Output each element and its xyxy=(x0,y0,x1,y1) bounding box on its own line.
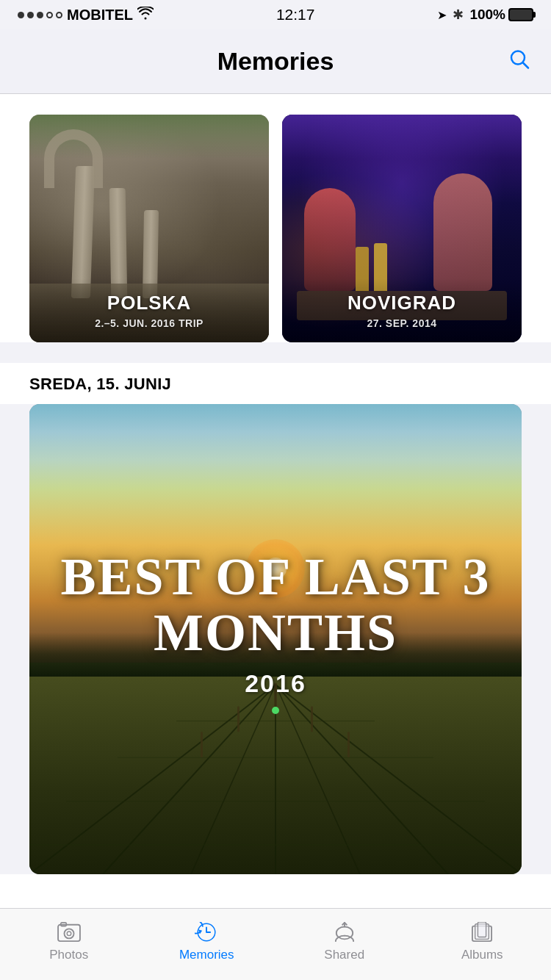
polska-overlay: POLSKA 2.–5. JUN. 2016 TRIP xyxy=(29,278,269,342)
tab-shared[interactable]: Shared xyxy=(276,921,414,962)
polska-subtitle: 2.–5. JUN. 2016 TRIP xyxy=(40,317,259,329)
tab-photos-label: Photos xyxy=(49,948,88,962)
big-card-overlay: BEST OF LAST 3 MONTHS 2016 xyxy=(29,404,522,874)
svg-point-22 xyxy=(67,932,71,936)
tab-memories[interactable]: Memories xyxy=(138,921,276,962)
date-section: SREDA, 15. JUNIJ xyxy=(0,363,551,404)
novigrad-figure2 xyxy=(433,173,492,291)
tab-photos[interactable]: Photos xyxy=(0,921,138,962)
page-title: Memories xyxy=(217,47,334,76)
big-card-year: 2016 xyxy=(245,669,306,698)
signal-dots xyxy=(18,12,62,18)
svg-line-1 xyxy=(523,62,528,68)
status-bar: MOBITEL 12:17 ➤ ✱ 100% xyxy=(0,0,551,29)
albums-icon xyxy=(469,921,495,943)
wifi-icon xyxy=(137,7,154,24)
battery-label: 100% xyxy=(469,7,505,23)
svg-rect-28 xyxy=(478,922,486,937)
header: Memories xyxy=(0,29,551,94)
location-icon: ➤ xyxy=(437,8,447,22)
big-card-title: BEST OF LAST 3 MONTHS xyxy=(29,550,522,660)
shared-icon xyxy=(331,921,358,943)
battery-icon xyxy=(508,8,533,21)
polska-title: POLSKA xyxy=(40,292,259,314)
big-memory-card[interactable]: BEST OF LAST 3 MONTHS 2016 xyxy=(29,404,522,874)
svg-point-25 xyxy=(336,926,353,939)
tab-shared-label: Shared xyxy=(324,948,364,962)
signal-dot-1 xyxy=(18,12,24,18)
date-label: SREDA, 15. JUNIJ xyxy=(29,363,522,404)
memories-icon xyxy=(193,921,220,943)
bluetooth-icon: ✱ xyxy=(453,7,464,23)
status-time: 12:17 xyxy=(276,6,315,24)
tab-bar: Photos Memories Shared xyxy=(0,908,551,980)
carrier-label: MOBITEL xyxy=(67,7,133,24)
memory-cards-row: POLSKA 2.–5. JUN. 2016 TRIP NOVIGRAD 27.… xyxy=(29,115,522,342)
novigrad-figure1 xyxy=(304,188,356,291)
tab-memories-label: Memories xyxy=(179,948,234,962)
signal-dot-5 xyxy=(56,12,62,18)
memory-card-novigrad[interactable]: NOVIGRAD 27. SEP. 2014 xyxy=(282,115,522,342)
novigrad-subtitle: 27. SEP. 2014 xyxy=(292,317,511,329)
big-card-dot xyxy=(272,707,279,714)
search-button[interactable] xyxy=(508,48,530,75)
signal-dot-4 xyxy=(46,12,53,18)
signal-dot-2 xyxy=(27,12,34,18)
novigrad-title: NOVIGRAD xyxy=(292,292,511,314)
signal-dot-3 xyxy=(37,12,43,18)
status-left: MOBITEL xyxy=(18,7,154,24)
memory-card-polska[interactable]: POLSKA 2.–5. JUN. 2016 TRIP xyxy=(29,115,269,342)
tab-albums[interactable]: Albums xyxy=(414,921,552,962)
novigrad-overlay: NOVIGRAD 27. SEP. 2014 xyxy=(282,278,522,342)
photos-icon xyxy=(56,921,82,943)
battery-container: 100% xyxy=(469,7,533,23)
tab-albums-label: Albums xyxy=(461,948,503,962)
status-right: ➤ ✱ 100% xyxy=(437,7,533,23)
svg-point-21 xyxy=(64,929,73,938)
main-content: POLSKA 2.–5. JUN. 2016 TRIP NOVIGRAD 27.… xyxy=(0,94,551,342)
